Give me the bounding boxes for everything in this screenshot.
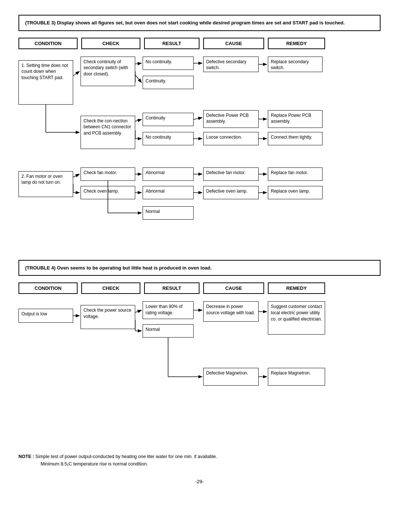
- svg-line-1: [135, 63, 141, 64]
- d2-condition1: Output is low: [18, 309, 73, 323]
- svg-line-15: [73, 174, 79, 177]
- d2-cause2a: Defective Magnetron.: [203, 368, 259, 386]
- note-text2: Minimum 8.5¡C temperature rise is normal…: [18, 460, 381, 468]
- d1-remedy1a: Replace secondary switch.: [268, 57, 323, 72]
- header-result: RESULT: [144, 38, 200, 49]
- d1-cause3a: Defective fan motor.: [203, 167, 259, 181]
- d2-result1b: Normal: [143, 324, 194, 338]
- header-condition: CONDITION: [18, 38, 78, 49]
- d1-cause2b: Loose connection.: [203, 132, 259, 145]
- d1-remedy2a: Replace Power PCB assembly.: [268, 110, 323, 128]
- diagram1: 1. Setting time does not count down when…: [18, 53, 381, 245]
- d1-remedy2b: Connect them tightly.: [268, 132, 323, 145]
- header2-check: CHECK: [81, 282, 140, 294]
- trouble4-title: (TROUBLE 4) Oven seems to be operating b…: [25, 265, 212, 271]
- d1-cause2a: Defective Power PCB assembly.: [203, 110, 259, 128]
- trouble3-title: (TROUBLE 3) Display shows all figures se…: [25, 20, 345, 26]
- header-cause: CAUSE: [203, 38, 264, 49]
- note-text2-content: Minimum 8.5¡C temperature rise is normal…: [41, 461, 148, 467]
- d2-check1: Check the power source voltage.: [81, 305, 135, 329]
- svg-line-27: [135, 310, 141, 312]
- headers-row: CONDITION CHECK RESULT CAUSE REMEDY: [18, 38, 381, 49]
- d1-result3a: Abnormal: [143, 167, 194, 181]
- trouble3-box: (TROUBLE 3) Display shows all figures se…: [18, 15, 381, 31]
- note-label: NOTE :: [18, 454, 34, 459]
- page-number: -29-: [18, 479, 381, 484]
- header-remedy: REMEDY: [268, 38, 325, 49]
- header2-condition: CONDITION: [18, 282, 78, 294]
- d1-remedy3a: Replace fan motor.: [268, 167, 323, 181]
- header2-result: RESULT: [144, 282, 200, 294]
- svg-line-8: [135, 119, 141, 121]
- d1-result2a: Continuity: [143, 113, 194, 126]
- d1-condition1: 1. Setting time does not count down when…: [18, 60, 73, 105]
- d1-cause1a: Defective secondary switch.: [203, 57, 259, 72]
- header2-cause: CAUSE: [203, 282, 264, 294]
- svg-line-0: [73, 71, 79, 76]
- note-text1: Simple test of power output-conducted by…: [35, 454, 217, 459]
- d2-cause1a: Decrease in power source voltage with lo…: [203, 301, 259, 322]
- header2-remedy: REMEDY: [268, 282, 325, 294]
- d1-condition2: 2. Fan motor or oven lamp do not turn on…: [18, 171, 73, 197]
- svg-line-2: [135, 75, 141, 82]
- d1-check3: Check fan motor.: [81, 167, 135, 181]
- svg-line-11: [194, 118, 202, 119]
- diagram2: Output is low Check the power source vol…: [18, 298, 381, 438]
- d1-result1a: No continuity.: [143, 57, 194, 70]
- d1-check2: Check the con-nection between CN1 connec…: [81, 116, 135, 149]
- d2-remedy1a: Suggest customer contact local electric …: [268, 301, 325, 335]
- note-section: NOTE : Simple test of power output-condu…: [18, 453, 381, 468]
- d1-check1: Check continuity of secondary switch (wi…: [81, 57, 135, 86]
- d1-remedy4a: Replace oven lamp.: [268, 186, 323, 199]
- d1-result2b: No continuity: [143, 132, 194, 145]
- note-text: NOTE : Simple test of power output-condu…: [18, 453, 381, 460]
- header-check: CHECK: [81, 38, 140, 49]
- headers-row2: CONDITION CHECK RESULT CAUSE REMEDY: [18, 282, 381, 294]
- d1-check4: Check oven lamp.: [81, 186, 135, 199]
- d1-result1b: Continuity.: [143, 76, 194, 89]
- d2-remedy2a: Replace Magnetron.: [268, 368, 325, 386]
- d2-result1a: Lower than 90% of rating voltage.: [143, 301, 194, 319]
- d1-result4a: Abnormal: [143, 186, 194, 199]
- d1-cause4a: Defective oven lamp.: [203, 186, 259, 199]
- trouble4-box: (TROUBLE 4) Oven seems to be operating b…: [18, 260, 381, 276]
- d1-result-normal: Normal: [143, 206, 194, 220]
